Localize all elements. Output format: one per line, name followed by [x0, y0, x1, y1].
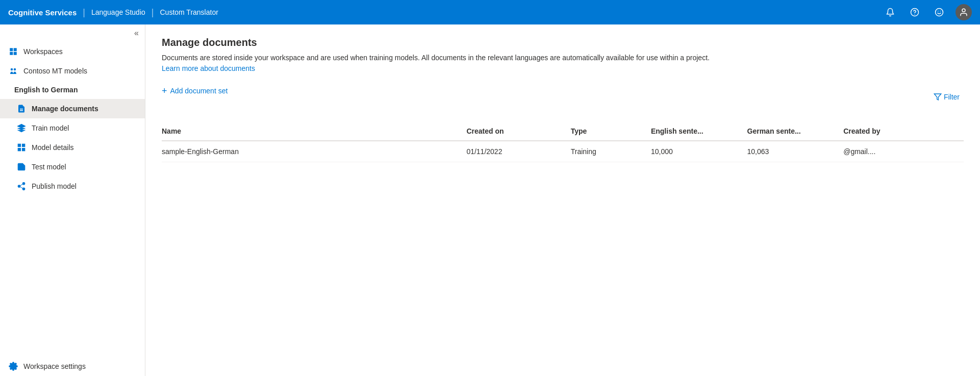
documents-table: Name Created on Type English sente... Ge…: [162, 122, 964, 162]
cell-name: sample-English-German: [162, 141, 466, 162]
help-icon[interactable]: [907, 4, 923, 20]
sep2: |: [152, 7, 154, 18]
cell-type: Training: [571, 141, 651, 162]
sidebar-item-contoso[interactable]: Contoso MT models: [0, 61, 145, 81]
model-details-label: Model details: [32, 143, 74, 152]
contoso-label: Contoso MT models: [23, 67, 87, 75]
svg-point-2: [936, 9, 943, 16]
add-icon: +: [162, 86, 167, 95]
content-area: Manage documents Documents are stored in…: [145, 24, 980, 376]
manage-documents-label: Manage documents: [32, 105, 98, 113]
col-header-german: German sente...: [747, 122, 844, 141]
main-layout: « Workspaces Contoso MT models English t…: [0, 24, 980, 376]
svg-line-20: [20, 184, 22, 186]
svg-marker-22: [934, 94, 941, 100]
cell-created-by: @gmail....: [843, 141, 964, 162]
contoso-icon: [8, 66, 18, 76]
test-model-icon: [16, 162, 27, 171]
svg-point-6: [11, 68, 13, 71]
col-header-english: English sente...: [651, 122, 747, 141]
filter-button[interactable]: Filter: [929, 91, 964, 103]
svg-point-16: [22, 183, 25, 185]
sidebar-item-manage-documents[interactable]: Manage documents: [0, 99, 145, 118]
sidebar-item-model-details[interactable]: Model details: [0, 138, 145, 157]
svg-rect-11: [22, 144, 25, 146]
svg-line-19: [20, 187, 22, 188]
svg-point-18: [22, 188, 25, 190]
sidebar-item-publish-model[interactable]: Publish model: [0, 177, 145, 196]
custom-translator-link[interactable]: Custom Translator: [160, 8, 218, 16]
col-header-created: Created on: [466, 122, 570, 141]
cell-english-sentences: 10,000: [651, 141, 747, 162]
workspace-settings-label: Workspace settings: [23, 362, 86, 370]
svg-point-17: [18, 185, 20, 188]
add-btn-label: Add document set: [170, 87, 228, 95]
topbar: Cognitive Services | Language Studio | C…: [0, 0, 980, 24]
col-header-created-by: Created by: [843, 122, 964, 141]
user-avatar[interactable]: [956, 4, 972, 20]
workspace-settings-icon: [8, 362, 18, 371]
sidebar-item-english-german[interactable]: English to German: [0, 81, 145, 99]
publish-model-label: Publish model: [32, 182, 77, 190]
brand-label: Cognitive Services: [8, 8, 77, 17]
sidebar: « Workspaces Contoso MT models English t…: [0, 24, 145, 376]
page-title: Manage documents: [162, 37, 964, 48]
sidebar-item-workspace-settings[interactable]: Workspace settings: [0, 357, 145, 376]
language-studio-link[interactable]: Language Studio: [91, 8, 145, 16]
notifications-icon[interactable]: [882, 4, 898, 20]
svg-point-7: [14, 68, 16, 71]
sidebar-item-train-model[interactable]: Train model: [0, 118, 145, 138]
model-details-icon: [16, 143, 27, 152]
svg-rect-10: [18, 144, 20, 146]
sidebar-item-test-model[interactable]: Test model: [0, 157, 145, 177]
feedback-icon[interactable]: [931, 4, 947, 20]
test-model-label: Test model: [32, 163, 66, 171]
add-document-set-button[interactable]: + Add document set: [162, 84, 228, 97]
workspaces-icon: [8, 47, 18, 56]
svg-rect-12: [18, 148, 20, 151]
manage-documents-icon: [16, 104, 27, 113]
description-text: Documents are stored inside your workspa…: [162, 54, 710, 62]
workspaces-label: Workspaces: [23, 47, 63, 56]
english-german-label: English to German: [14, 86, 78, 94]
table-body: sample-English-German 01/11/2022 Trainin…: [162, 141, 964, 162]
cell-created-on: 01/11/2022: [466, 141, 570, 162]
train-model-label: Train model: [32, 124, 69, 132]
train-model-icon: [16, 123, 27, 133]
sidebar-item-workspaces[interactable]: Workspaces: [0, 42, 145, 61]
col-header-type: Type: [571, 122, 651, 141]
filter-label: Filter: [944, 93, 960, 101]
col-header-name: Name: [162, 122, 466, 141]
table-header: Name Created on Type English sente... Ge…: [162, 122, 964, 141]
learn-more-link[interactable]: Learn more about documents: [162, 64, 255, 72]
svg-rect-13: [22, 148, 25, 151]
publish-model-icon: [16, 182, 27, 191]
sidebar-collapse-button[interactable]: «: [0, 24, 145, 42]
topbar-right: [882, 4, 972, 20]
sep1: |: [83, 7, 85, 18]
page-description: Documents are stored inside your workspa…: [162, 53, 723, 74]
filter-icon: [934, 93, 942, 101]
cell-german-sentences: 10,063: [747, 141, 844, 162]
table-row[interactable]: sample-English-German 01/11/2022 Trainin…: [162, 141, 964, 162]
svg-point-5: [962, 9, 965, 12]
